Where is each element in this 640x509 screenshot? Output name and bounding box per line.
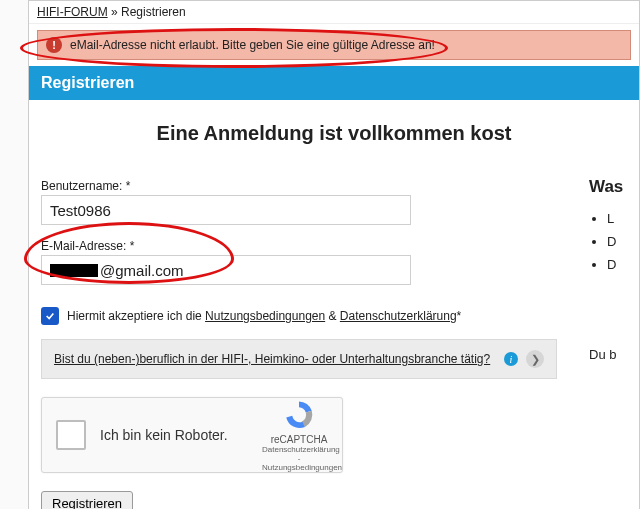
page-banner: Registrieren: [29, 66, 639, 100]
error-alert: ! eMail-Adresse nicht erlaubt. Bitte geb…: [37, 30, 631, 60]
recaptcha-widget: Ich bin kein Roboter. reCAPTCHA Datensch…: [41, 397, 343, 473]
username-input[interactable]: Test0986: [41, 195, 411, 225]
sidebar-bullet: D: [607, 234, 640, 249]
error-alert-text: eMail-Adresse nicht erlaubt. Bitte geben…: [70, 38, 435, 52]
page-headline: Eine Anmeldung ist vollkommen kost: [29, 100, 639, 173]
sidebar-bullet: D: [607, 257, 640, 272]
sidebar-bullet: L: [607, 211, 640, 226]
registration-form: Benutzername: * Test0986 E-Mail-Adresse:…: [29, 179, 569, 509]
username-value: Test0986: [50, 202, 111, 219]
sidebar-line: Du b: [589, 347, 616, 362]
recaptcha-checkbox[interactable]: [56, 420, 86, 450]
privacy-link[interactable]: Datenschutzerklärung: [340, 309, 457, 323]
breadcrumb-home-link[interactable]: HIFI-FORUM: [37, 5, 108, 19]
info-icon[interactable]: i: [504, 352, 518, 366]
sidebar-heading: Was: [589, 177, 640, 197]
error-icon: !: [46, 37, 62, 53]
check-icon: [45, 311, 55, 321]
breadcrumb-sep: »: [111, 5, 121, 19]
chevron-right-icon[interactable]: ❯: [526, 350, 544, 368]
email-label: E-Mail-Adresse: *: [41, 239, 557, 253]
recaptcha-brand: reCAPTCHA: [262, 434, 336, 445]
redacted-email-local: [50, 264, 98, 277]
industry-question-row[interactable]: Bist du (neben-)beruflich in der HIFI-, …: [41, 339, 557, 379]
consent-row: Hiermit akzeptiere ich die Nutzungsbedin…: [41, 307, 557, 325]
email-value-visible: @gmail.com: [100, 262, 184, 279]
breadcrumb-current: Registrieren: [121, 5, 186, 19]
consent-text: Hiermit akzeptiere ich die Nutzungsbedin…: [67, 309, 461, 323]
recaptcha-label: Ich bin kein Roboter.: [100, 427, 262, 443]
recaptcha-logo-icon: [282, 398, 316, 432]
terms-link[interactable]: Nutzungsbedingungen: [205, 309, 325, 323]
register-button[interactable]: Registrieren: [41, 491, 133, 509]
email-input[interactable]: @gmail.com: [41, 255, 411, 285]
sidebar: Was L D D Du b: [589, 177, 640, 280]
breadcrumb: HIFI-FORUM » Registrieren: [29, 1, 639, 24]
consent-checkbox[interactable]: [41, 307, 59, 325]
industry-question-text: Bist du (neben-)beruflich in der HIFI-, …: [54, 352, 496, 366]
recaptcha-legal: Datenschutzerklärung - Nutzungsbedingung…: [262, 445, 336, 472]
username-label: Benutzername: *: [41, 179, 557, 193]
